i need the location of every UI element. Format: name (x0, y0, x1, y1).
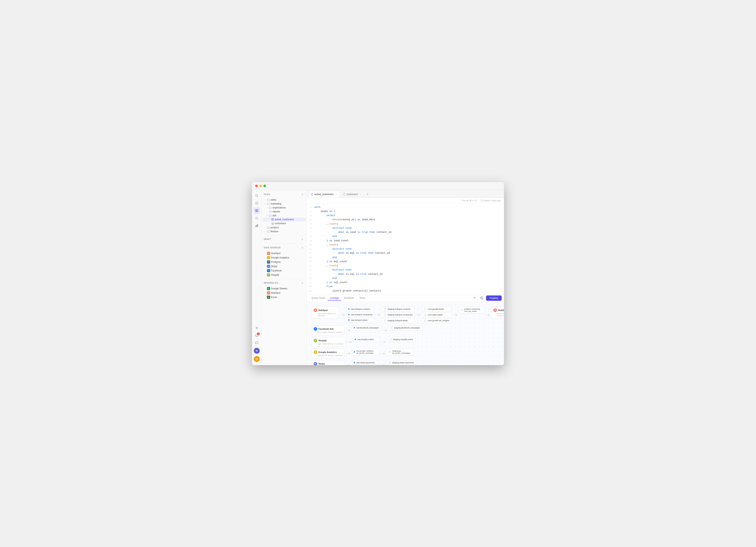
connector: ▶ (376, 314, 380, 316)
chat-nav-button[interactable] (253, 340, 260, 346)
code-line: 8 end (307, 234, 504, 239)
close-button[interactable] (255, 185, 258, 187)
tree-file-customers[interactable]: 🗂 customers (263, 221, 305, 226)
raw-label: raw.hubspot.deals (351, 319, 368, 321)
reverse-etl-excel[interactable]: › E Excel (263, 295, 305, 299)
tree-folder-explorations[interactable]: › explorations (263, 206, 305, 210)
connector: ▶ (380, 352, 385, 354)
tab-tests[interactable]: Tests (357, 296, 367, 301)
format-button[interactable]: Format ⌘+⇧+F (462, 199, 477, 202)
reverse-etl-add-button[interactable]: + (301, 281, 304, 285)
connector: ▶ (346, 364, 350, 365)
avatar-jd[interactable]: JD (254, 356, 260, 362)
datasource-google-analytics[interactable]: › G Google Analytics (263, 255, 305, 260)
tab-schedule[interactable]: Schedule (342, 296, 357, 301)
datasource-label: Postgres (271, 261, 281, 263)
code-editor[interactable]: 1 with 2 leads as ( 3 select (307, 204, 504, 294)
staging-nodes-hubspot: 📄 staging.hubspot.contacts 📄 staging.hub… (382, 307, 415, 323)
facebook-logo: f (267, 269, 270, 272)
tree-folder-sales[interactable]: › sales (263, 198, 305, 202)
datasource-shopify[interactable]: › S Shopify (263, 273, 305, 277)
publish-button[interactable]: Publish (486, 295, 502, 301)
line-code: from (315, 285, 332, 289)
line-number: 17 (307, 272, 315, 276)
settings-nav-button[interactable] (253, 325, 260, 331)
line-code: when is_lead is true then contact_id (315, 230, 391, 234)
staging-label: staging.stripe.payments (392, 361, 414, 364)
clock-nav-button[interactable] (253, 200, 260, 206)
core-nodes-hubspot: 📄 core.growth.leads 📄 core.sales.deals 📄 (422, 307, 451, 323)
datasource-label: Stripe (271, 265, 277, 268)
line-number: 2 (307, 210, 315, 213)
files-section-title: FILES (264, 193, 270, 195)
avatar-m[interactable]: M (254, 348, 260, 354)
filter-action-button[interactable] (472, 295, 477, 301)
chart-nav-button[interactable] (253, 222, 260, 229)
datasource-label: HubSpot (271, 252, 281, 255)
core-label: core.growth.leads (428, 308, 444, 310)
folder-label: ads (272, 214, 276, 217)
tab-customers[interactable]: customers × (340, 191, 364, 198)
icon-sidebar: 1 M JD (252, 190, 261, 365)
tree-folder-ads[interactable]: ∨ ads (263, 214, 305, 218)
lineage-canvas[interactable]: H HubSpot Sync active (Every 15 minutes)… (307, 302, 504, 365)
code-line: 15 , count( (307, 264, 504, 268)
datasource-facebook[interactable]: › f Facebook (263, 268, 305, 273)
lineage-source-hubspot: H HubSpot Sync active (Every 15 minutes) (311, 307, 339, 318)
staging-node: 📄 staging.shopify.orders (387, 337, 415, 342)
divider (265, 235, 303, 235)
datasource-stripe[interactable]: › S Stripe (263, 264, 305, 268)
files-add-button[interactable]: + (301, 193, 304, 196)
staging-label: staging.shopify.orders (393, 338, 413, 341)
doc-icon: 📄 (388, 361, 391, 364)
datasource-hubspot[interactable]: › H HubSpot (263, 251, 305, 255)
tree-folder-product[interactable]: › product (263, 226, 305, 230)
line-code: , count( (315, 222, 338, 226)
tree-file-active-customers[interactable]: active_customers (263, 218, 305, 221)
tree-folder-reports[interactable]: › reports (263, 210, 305, 214)
datasources-section-title: DATA SOURCES (264, 247, 281, 249)
tab-query-result[interactable]: Query result (309, 296, 327, 301)
tab-label: active_customers (314, 193, 334, 196)
datasource-postgres[interactable]: › P Postgres (263, 260, 305, 264)
power-nav-button[interactable] (253, 215, 260, 221)
bell-nav-button[interactable]: 1 (253, 332, 260, 339)
doc-icon: 📄 (390, 327, 393, 329)
chevron-right-icon: › (266, 210, 268, 213)
search-nav-button[interactable] (253, 192, 260, 199)
run-action-button[interactable] (479, 295, 485, 301)
tree-folder-marketing[interactable]: ∨ marketing (263, 202, 305, 206)
editor-nav-button[interactable] (253, 207, 260, 214)
tab-lineage[interactable]: Lineage (328, 296, 341, 301)
draft-add-button[interactable]: + (301, 238, 304, 241)
titlebar (252, 182, 504, 190)
raw-node: raw.google_analytics.ad_words_campaign (352, 349, 379, 355)
lineage-row-ga: G Google Analytics Sync active (Every 5 … (311, 349, 499, 358)
tab-bar: active_customers × customers × + (307, 190, 504, 198)
datasource-label: Google Analytics (271, 256, 289, 259)
line-number: 19 (307, 281, 315, 284)
maximize-button[interactable] (263, 185, 266, 187)
source-sub: Sync active (Every 5 minutes) (314, 354, 342, 356)
reverse-etl-hubspot[interactable]: › H HubSpot (263, 291, 305, 295)
chevron-right-icon: › (264, 287, 266, 290)
core-label: core.sales.deals (428, 314, 443, 316)
stripe-logo: S (267, 265, 270, 268)
tree-folder-finance[interactable]: › finance (263, 230, 305, 233)
code-line: 6 distinct case (307, 226, 504, 230)
analytics-nodes: 📄 analytics.marketing.cost_per_leads (459, 307, 484, 313)
raw-label: raw.shopify.orders (357, 338, 374, 341)
reverse-etl-google-sheets[interactable]: › G Google Sheets (263, 286, 305, 291)
tab-add-button[interactable]: + (365, 192, 370, 197)
tab-active-customers[interactable]: active_customers × (308, 191, 340, 198)
doc-icon: 📄 (384, 308, 386, 310)
tab-close-button[interactable]: × (335, 193, 337, 196)
tab-close-button[interactable]: × (359, 193, 362, 196)
datasources-add-button[interactable]: + (301, 246, 304, 250)
lineage-source-stripe: S Stripe Sync active (Every 5 minutes) (311, 360, 345, 365)
line-number: 3 (307, 214, 315, 218)
raw-node: raw.shopify.orders (353, 337, 380, 342)
minimize-button[interactable] (259, 185, 262, 187)
svg-rect-15 (311, 193, 313, 195)
hubspot-source-logo: H (314, 308, 317, 312)
